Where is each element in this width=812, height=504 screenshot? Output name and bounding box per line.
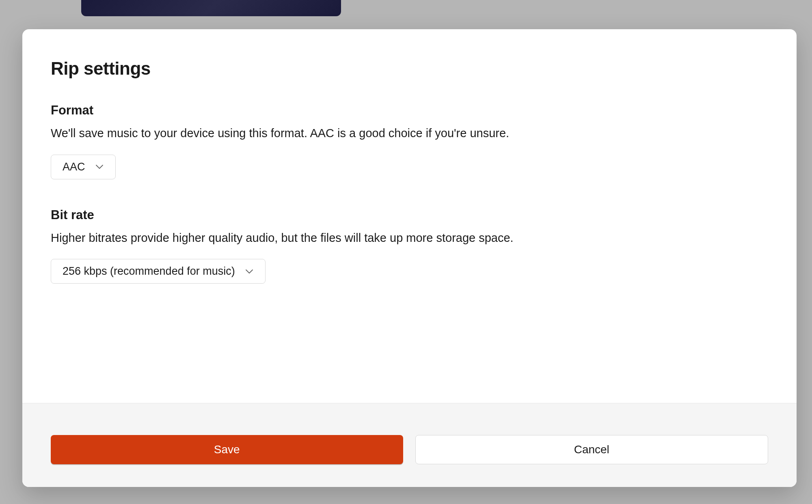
dialog-title: Rip settings xyxy=(51,58,768,79)
bitrate-dropdown-value: 256 kbps (recommended for music) xyxy=(63,265,235,278)
rip-settings-dialog: Rip settings Format We'll save music to … xyxy=(22,29,797,487)
chevron-down-icon xyxy=(245,267,254,276)
dialog-content: Rip settings Format We'll save music to … xyxy=(22,29,797,403)
chevron-down-icon xyxy=(95,162,104,171)
bitrate-section: Bit rate Higher bitrates provide higher … xyxy=(51,208,768,284)
bitrate-dropdown[interactable]: 256 kbps (recommended for music) xyxy=(51,259,266,284)
format-dropdown-value: AAC xyxy=(63,161,85,173)
format-section: Format We'll save music to your device u… xyxy=(51,103,768,179)
dialog-footer: Save Cancel xyxy=(22,403,797,487)
cancel-button[interactable]: Cancel xyxy=(415,435,769,464)
format-heading: Format xyxy=(51,103,768,118)
background-album-art xyxy=(81,0,341,16)
bitrate-heading: Bit rate xyxy=(51,208,768,222)
save-button[interactable]: Save xyxy=(51,435,403,464)
bitrate-description: Higher bitrates provide higher quality a… xyxy=(51,230,768,246)
format-dropdown[interactable]: AAC xyxy=(51,155,116,179)
format-description: We'll save music to your device using th… xyxy=(51,125,768,142)
